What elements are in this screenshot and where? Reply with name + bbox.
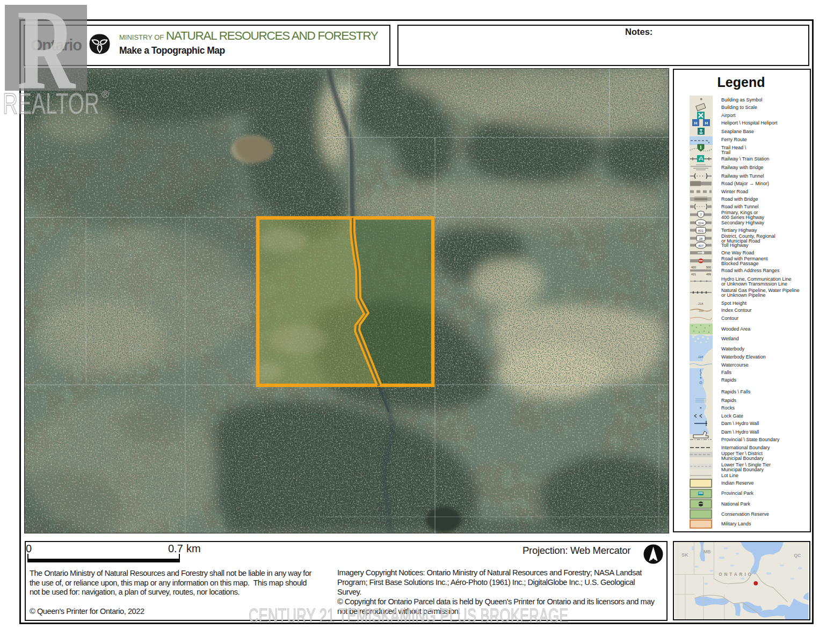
svg-text:Falls: Falls bbox=[721, 370, 732, 375]
svg-text:Rapids \ Falls: Rapids \ Falls bbox=[721, 389, 751, 394]
svg-text:Rapids: Rapids bbox=[721, 398, 737, 403]
svg-text:Spot Height: Spot Height bbox=[721, 301, 747, 306]
svg-text:Road with Bridge: Road with Bridge bbox=[721, 196, 758, 202]
svg-text:Toll Highway: Toll Highway bbox=[721, 243, 749, 248]
svg-text:7: 7 bbox=[700, 213, 702, 217]
svg-text:400 Series Highway: 400 Series Highway bbox=[721, 215, 765, 220]
svg-text:Seaplane Base: Seaplane Base bbox=[721, 129, 754, 134]
svg-text:or Unknown Transmission Line: or Unknown Transmission Line bbox=[721, 281, 787, 287]
svg-text:Road (Major → Minor): Road (Major → Minor) bbox=[721, 181, 769, 186]
svg-text:Lock Gate: Lock Gate bbox=[721, 413, 743, 419]
svg-text:H: H bbox=[705, 121, 708, 126]
svg-text:Winter Road: Winter Road bbox=[721, 189, 748, 194]
svg-text:Trail: Trail bbox=[721, 150, 730, 155]
svg-text:Indian Reserve: Indian Reserve bbox=[721, 480, 754, 486]
svg-text:Ferry Route: Ferry Route bbox=[721, 137, 747, 142]
svg-text:QC: QC bbox=[794, 553, 801, 558]
svg-text:Dam \ Hydro Wall: Dam \ Hydro Wall bbox=[721, 429, 759, 435]
svg-text:499: 499 bbox=[706, 273, 711, 276]
svg-text:421: 421 bbox=[691, 273, 696, 276]
svg-text:Contour: Contour bbox=[721, 316, 738, 321]
svg-text:Wooded Area: Wooded Area bbox=[721, 326, 750, 332]
svg-text:Watercourse: Watercourse bbox=[721, 362, 749, 368]
svg-text:Building to Scale: Building to Scale bbox=[721, 105, 757, 110]
svg-text:Road with Address Ranges: Road with Address Ranges bbox=[721, 268, 780, 273]
svg-text:Blocked Passage: Blocked Passage bbox=[721, 261, 759, 266]
svg-text:. 218: . 218 bbox=[697, 302, 703, 305]
svg-text:Provincial Park: Provincial Park bbox=[721, 491, 754, 496]
svg-text:SK: SK bbox=[681, 552, 688, 558]
svg-text:28: 28 bbox=[699, 237, 703, 240]
svg-text:H: H bbox=[694, 121, 698, 126]
svg-text:831: 831 bbox=[698, 229, 704, 232]
svg-text:Lot Line: Lot Line bbox=[721, 473, 738, 478]
svg-text:Rapids: Rapids bbox=[721, 377, 737, 383]
svg-text:Heliport \ Hospital Heliport: Heliport \ Hospital Heliport bbox=[721, 120, 778, 126]
svg-text:Waterbody: Waterbody bbox=[721, 346, 745, 352]
svg-text:420: 420 bbox=[691, 266, 696, 269]
svg-text:200: 200 bbox=[699, 309, 704, 312]
svg-text:407: 407 bbox=[698, 244, 704, 247]
svg-text:Index Contour: Index Contour bbox=[721, 308, 752, 313]
svg-text:Railway with Tunnel: Railway with Tunnel bbox=[721, 173, 764, 179]
svg-text:REALTOR: REALTOR bbox=[3, 87, 99, 120]
svg-text:500: 500 bbox=[706, 266, 711, 269]
svg-text:Airport: Airport bbox=[721, 113, 736, 118]
svg-text:Conservation Reserve: Conservation Reserve bbox=[721, 511, 769, 517]
svg-text:Railway with Bridge: Railway with Bridge bbox=[721, 165, 764, 170]
svg-text:National Park: National Park bbox=[721, 501, 751, 507]
svg-text:Dam \ Hydro Wall: Dam \ Hydro Wall bbox=[721, 421, 759, 426]
svg-text:MB: MB bbox=[704, 549, 711, 554]
svg-text:ONTARIO: ONTARIO bbox=[719, 572, 753, 577]
svg-text:Military Lands: Military Lands bbox=[721, 521, 751, 526]
svg-text:. 114: . 114 bbox=[697, 355, 703, 358]
svg-text:Secondary Highway: Secondary Highway bbox=[721, 220, 765, 225]
svg-text:Municipal Boundary: Municipal Boundary bbox=[721, 456, 764, 461]
svg-text:Rocks: Rocks bbox=[721, 405, 735, 411]
svg-text:Legend: Legend bbox=[717, 75, 765, 90]
svg-text:Waterbody Elevation: Waterbody Elevation bbox=[721, 354, 766, 360]
svg-text:Building as Symbol: Building as Symbol bbox=[721, 97, 763, 103]
svg-text:Provincial \ State Boundary: Provincial \ State Boundary bbox=[721, 437, 780, 442]
svg-text:Tertiary Highway: Tertiary Highway bbox=[721, 228, 757, 233]
svg-text:or Unknown Pipeline: or Unknown Pipeline bbox=[721, 292, 766, 298]
svg-text:International Boundary: International Boundary bbox=[721, 445, 770, 450]
svg-text:Railway \ Train Station: Railway \ Train Station bbox=[721, 156, 770, 162]
svg-text:524: 524 bbox=[698, 222, 704, 225]
svg-text:Road with Tunnel: Road with Tunnel bbox=[721, 204, 759, 209]
svg-text:One Way Road: One Way Road bbox=[721, 250, 754, 255]
svg-text:Wetland: Wetland bbox=[721, 336, 739, 341]
svg-text:®: ® bbox=[101, 89, 109, 100]
svg-text:Municipal Boundary: Municipal Boundary bbox=[721, 467, 764, 472]
